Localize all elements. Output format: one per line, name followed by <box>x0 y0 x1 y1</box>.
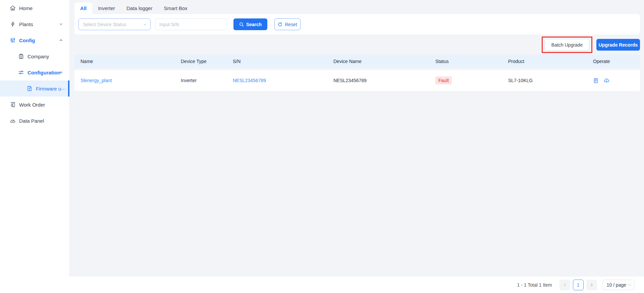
sidebar-item-plants[interactable]: Plants <box>0 16 69 32</box>
sn-link[interactable]: NESL23456789 <box>233 78 266 83</box>
status-badge: Fault <box>435 76 452 84</box>
sidebar-item-config[interactable]: Config <box>0 32 69 48</box>
sidebar-item-label: Firmware u··· <box>36 86 66 92</box>
reset-icon <box>278 22 282 27</box>
search-button[interactable]: Search <box>233 18 267 30</box>
chevron-left-icon <box>563 283 567 287</box>
product-cell: SL7-10KLG <box>502 78 587 83</box>
sidebar: Home Plants Config Company <box>0 0 70 277</box>
home-icon <box>10 5 16 11</box>
sidebar-item-label: Company <box>28 54 49 59</box>
search-icon <box>239 22 244 27</box>
main-content: All Inverter Data logger Smart Box Selec… <box>70 0 644 277</box>
tab-all[interactable]: All <box>74 3 92 14</box>
firmware-file-icon <box>26 85 33 92</box>
next-page-button[interactable] <box>586 280 597 290</box>
previous-page-button[interactable] <box>559 280 570 290</box>
chevron-down-icon <box>59 22 63 26</box>
table-row: Slenergy_plant Inverter NESL23456789 NES… <box>74 70 640 91</box>
work-order-icon <box>10 102 16 108</box>
plants-icon <box>10 21 16 27</box>
tab-inverter[interactable]: Inverter <box>92 3 121 14</box>
search-button-label: Search <box>246 22 262 27</box>
column-header-device-name: Device Name <box>327 59 429 64</box>
sidebar-item-home[interactable]: Home <box>0 0 69 16</box>
chevron-up-icon <box>59 70 63 74</box>
tab-data-logger[interactable]: Data logger <box>121 3 158 14</box>
batch-upgrade-button[interactable]: Batch Upgrade <box>545 39 589 51</box>
column-header-status: Status <box>429 59 502 64</box>
app-root: Home Plants Config Company <box>0 0 644 293</box>
device-type-tabs: All Inverter Data logger Smart Box <box>70 0 644 14</box>
chevron-down-icon <box>628 283 632 287</box>
reset-button[interactable]: Reset <box>274 18 301 30</box>
sn-input[interactable] <box>155 18 227 30</box>
chevron-right-icon <box>590 283 594 287</box>
upgrade-log-icon[interactable] <box>593 78 599 83</box>
column-header-product: Product <box>502 59 587 64</box>
column-header-operate: Operate <box>587 59 641 64</box>
page-size-select[interactable]: 10 / page <box>602 280 635 290</box>
sidebar-item-company[interactable]: Company <box>0 48 69 64</box>
device-name-cell: NESL23456789 <box>327 78 429 83</box>
upgrade-records-button[interactable]: Upgrade Records <box>596 39 640 51</box>
sidebar-item-configuration[interactable]: Configuration <box>0 64 69 80</box>
plant-name-link[interactable]: Slenergy_plant <box>80 78 112 83</box>
column-header-name: Name <box>74 59 175 64</box>
sidebar-item-firmware-upgrade[interactable]: Firmware u··· <box>0 80 69 97</box>
column-header-sn: S/N <box>227 59 327 64</box>
chevron-up-icon <box>59 38 63 42</box>
pagination-bar: 1 - 1 Total 1 Item 1 10 / page <box>0 277 644 293</box>
reset-button-label: Reset <box>285 22 297 27</box>
company-icon <box>18 53 24 59</box>
page-1-button[interactable]: 1 <box>573 280 584 290</box>
device-type-cell: Inverter <box>175 78 227 83</box>
device-table: Name Device Type S/N Device Name Status … <box>74 55 640 91</box>
device-status-placeholder: Select Device Status <box>83 22 126 27</box>
config-icon <box>10 37 16 43</box>
sidebar-item-label: Configuration <box>28 70 60 75</box>
device-status-select[interactable]: Select Device Status <box>78 18 151 30</box>
page-size-label: 10 / page <box>607 282 626 288</box>
sidebar-item-data-panel[interactable]: Data Panel <box>0 113 69 129</box>
operate-cell <box>587 78 641 83</box>
sidebar-item-label: Config <box>19 38 35 43</box>
table-actions: Batch Upgrade Upgrade Records <box>74 36 640 54</box>
sidebar-item-label: Plants <box>19 21 33 27</box>
sidebar-item-label: Home <box>19 5 33 11</box>
tab-smart-box[interactable]: Smart Box <box>158 3 193 14</box>
cloud-upload-icon[interactable] <box>604 78 609 83</box>
chevron-down-icon <box>143 22 147 26</box>
column-header-device-type: Device Type <box>175 59 227 64</box>
pagination-summary: 1 - 1 Total 1 Item <box>517 282 552 288</box>
configuration-icon <box>18 69 24 75</box>
data-panel-icon <box>10 118 16 124</box>
filter-bar: Select Device Status Search Reset <box>74 14 640 35</box>
annotation-box: Batch Upgrade <box>542 37 592 53</box>
sidebar-item-work-order[interactable]: Work Order <box>0 97 69 113</box>
sidebar-item-label: Data Panel <box>19 118 44 124</box>
sidebar-item-label: Work Order <box>19 102 45 108</box>
table-header-row: Name Device Type S/N Device Name Status … <box>74 55 640 68</box>
